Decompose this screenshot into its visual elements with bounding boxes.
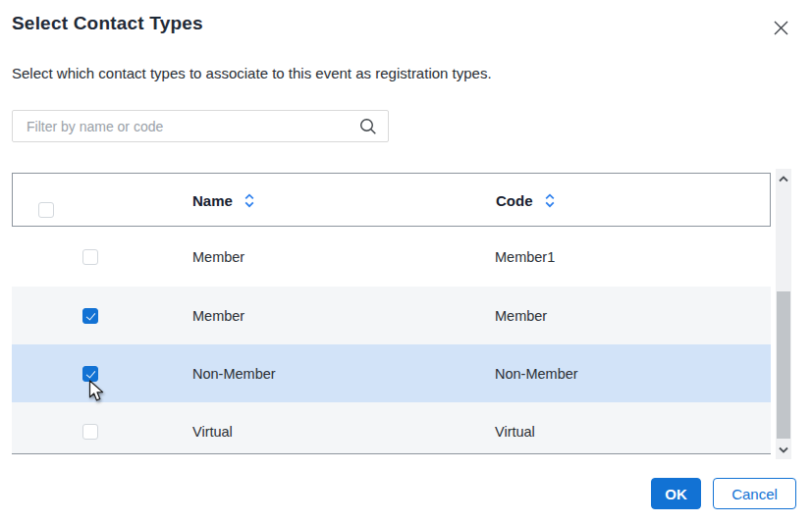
column-header-name[interactable]: Name xyxy=(192,174,255,228)
row-checkbox[interactable] xyxy=(82,249,98,265)
row-code: Member xyxy=(495,308,547,324)
contact-types-table: Name Code Member Member1 Member Memb xyxy=(12,173,771,454)
scrollbar-down-arrow-icon[interactable] xyxy=(776,442,791,457)
scrollbar[interactable] xyxy=(776,169,791,459)
scrollbar-up-arrow-icon[interactable] xyxy=(776,171,791,186)
row-name: Member xyxy=(192,249,244,265)
table-row[interactable]: Member Member1 xyxy=(12,227,771,287)
row-name: Non-Member xyxy=(192,366,276,382)
row-checkbox[interactable] xyxy=(82,424,98,440)
column-header-code[interactable]: Code xyxy=(496,174,556,228)
row-code: Non-Member xyxy=(495,366,578,382)
close-icon xyxy=(773,20,789,36)
row-checkbox[interactable] xyxy=(82,366,98,382)
sort-icon[interactable] xyxy=(544,193,556,208)
row-code: Member1 xyxy=(495,249,555,265)
dialog-description: Select which contact types to associate … xyxy=(12,65,492,81)
scrollbar-thumb[interactable] xyxy=(777,291,790,439)
column-header-code-label: Code xyxy=(496,192,533,209)
filter-input[interactable] xyxy=(12,110,389,142)
ok-button[interactable]: OK xyxy=(651,478,701,509)
column-header-name-label: Name xyxy=(192,192,233,209)
select-all-checkbox[interactable] xyxy=(38,202,54,218)
table-body: Member Member1 Member Member Non-Member … xyxy=(12,227,771,454)
table-header: Name Code xyxy=(12,173,771,227)
filter-container xyxy=(12,110,389,142)
table-row[interactable]: Non-Member Non-Member xyxy=(12,344,771,402)
row-checkbox[interactable] xyxy=(82,308,98,324)
close-button[interactable] xyxy=(770,17,791,38)
page-title: Select Contact Types xyxy=(12,13,203,34)
row-code: Virtual xyxy=(495,424,535,440)
row-name: Virtual xyxy=(192,424,233,440)
row-name: Member xyxy=(192,308,244,324)
sort-icon[interactable] xyxy=(244,193,255,208)
cancel-button[interactable]: Cancel xyxy=(713,478,796,509)
table-row[interactable]: Virtual Virtual xyxy=(12,402,771,454)
table-row[interactable]: Member Member xyxy=(12,287,771,344)
